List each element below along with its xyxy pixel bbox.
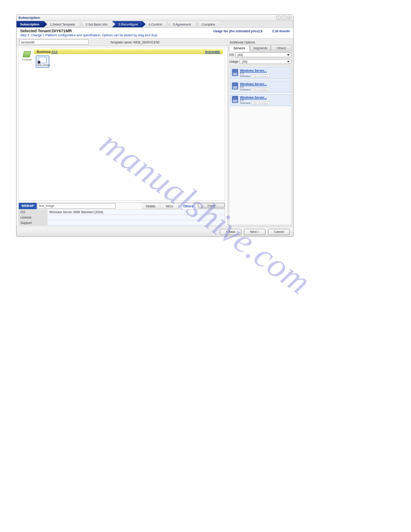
template-name: Template name: WEB_SERVICE50 xyxy=(110,41,159,44)
breadcrumb-root[interactable]: Subscription xyxy=(17,21,44,27)
step-select-template[interactable]: 1.Select Template xyxy=(44,21,80,27)
usage-fee: Usage fee (the estimated price):$ 2.10 /… xyxy=(213,30,290,33)
next-button[interactable]: Next > xyxy=(244,229,265,235)
automatic-link[interactable]: Automatic xyxy=(205,50,220,53)
server-icon xyxy=(39,57,47,63)
titlebar: Subscription – ▫ × xyxy=(17,15,293,21)
breadcrumb: Subscription 1.Select Template 2.Set Bas… xyxy=(17,21,293,28)
additional-options-panel: Additional Options Servers Segments Othe… xyxy=(227,39,293,227)
server-icon xyxy=(232,82,238,90)
step-agreement[interactable]: 5.Agreement xyxy=(167,21,195,27)
tab-others[interactable]: Others xyxy=(271,45,292,51)
tab-segments[interactable]: Segments xyxy=(250,45,271,51)
step-description: Step 3. Change L-Platform configuration … xyxy=(20,34,290,37)
topology-canvas[interactable]: Firewall Business AAA Automatic test_ima… xyxy=(18,47,225,201)
delete-button[interactable]: Delete xyxy=(198,203,225,208)
table-row: License xyxy=(19,215,225,220)
server-card[interactable]: Windows Server... 6.0 SoftwareNot includ… xyxy=(230,94,291,106)
server-card[interactable]: Windows Server... 6.0 SoftwareNot includ… xyxy=(230,67,291,79)
server-icon xyxy=(232,69,238,76)
back-button[interactable]: < Back xyxy=(220,229,241,235)
application-window: Subscription – ▫ × Subscription 1.Select… xyxy=(16,14,294,237)
step-reconfigure[interactable]: 3.Reconfigure xyxy=(112,21,142,27)
table-row: Support xyxy=(19,220,225,225)
maximize-icon[interactable]: ▫ xyxy=(282,16,286,20)
step-confirm[interactable]: 4.Confirm xyxy=(142,21,167,27)
server-icon xyxy=(232,96,238,103)
tab-servers[interactable]: Servers xyxy=(229,45,250,51)
footer-bar: < Back Next > Cancel xyxy=(17,227,293,236)
firewall-icon xyxy=(23,51,31,57)
service-name-input[interactable] xyxy=(19,39,89,45)
detail-panel: WEB/AP Details NICs Others Delete Softwa… xyxy=(18,202,225,226)
tab-others[interactable]: Others xyxy=(179,203,198,209)
business-link[interactable]: AAA xyxy=(51,50,58,53)
options-tabs: Servers Segments Others xyxy=(229,45,292,51)
window-controls: – ▫ × xyxy=(276,16,291,20)
server-card[interactable]: Windows Server... 6.0 SoftwareNot includ… xyxy=(230,81,291,93)
node-name-input[interactable] xyxy=(37,203,116,209)
usage-select[interactable]: (All) xyxy=(240,59,291,64)
server-list: Windows Server... 6.0 SoftwareNot includ… xyxy=(229,66,292,225)
minimize-icon[interactable]: – xyxy=(276,16,281,20)
type-badge: WEB/AP xyxy=(19,203,37,209)
vm-node[interactable]: test_image xyxy=(36,56,49,68)
business-segment-bar[interactable]: Business AAA Automatic xyxy=(34,49,223,54)
window-title: Subscription xyxy=(18,16,40,20)
os-filter: OS (All) xyxy=(229,52,291,57)
detail-table: OS Windows Server 2008 Standard (32bit) … xyxy=(19,209,225,225)
panel-title: Additional Options xyxy=(229,40,292,45)
tab-nics[interactable]: NICs xyxy=(160,203,179,209)
config-header: Template name: WEB_SERVICE50 xyxy=(17,39,227,46)
detail-actions: Delete Software Details Add NIC Delete N… xyxy=(198,203,225,209)
table-row: OS Windows Server 2008 Standard (32bit) xyxy=(19,209,225,215)
tab-details[interactable]: Details xyxy=(141,203,160,209)
configuration-panel: Template name: WEB_SERVICE50 Firewall Bu… xyxy=(17,39,227,227)
detail-tabs: Details NICs Others xyxy=(141,203,198,209)
close-icon[interactable]: × xyxy=(287,16,291,20)
step-complete[interactable]: Complete xyxy=(195,21,219,27)
cancel-button[interactable]: Cancel xyxy=(268,229,290,235)
usage-filter: Usage (All) xyxy=(229,59,291,64)
firewall-node[interactable]: Firewall xyxy=(21,51,32,61)
header-info: Selected Tenant:DIY671MR Usage fee (the … xyxy=(17,28,293,39)
selected-tenant: Selected Tenant:DIY671MR xyxy=(20,29,72,33)
os-select[interactable]: (All) xyxy=(235,52,291,57)
step-set-basic-info[interactable]: 2.Set Basic Info xyxy=(79,21,112,27)
